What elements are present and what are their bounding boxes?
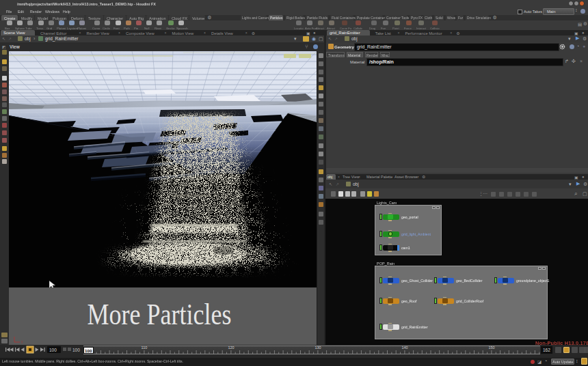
svg-text:110: 110 — [142, 346, 148, 350]
svg-text:130: 130 — [315, 346, 321, 350]
svg-text:120: 120 — [228, 346, 234, 350]
svg-text:More Particles: More Particles — [88, 298, 232, 331]
svg-text:140: 140 — [401, 346, 407, 350]
svg-text:150: 150 — [488, 346, 494, 350]
